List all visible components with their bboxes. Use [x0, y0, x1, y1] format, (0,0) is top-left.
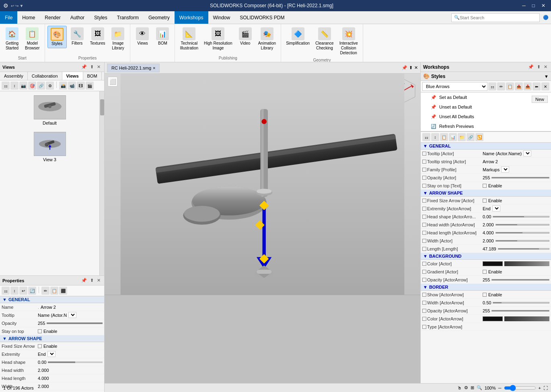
- styles-collapse-button[interactable]: ▼: [544, 74, 549, 79]
- tooltip-select[interactable]: [68, 312, 76, 318]
- style-tool-5[interactable]: 📥: [524, 82, 532, 90]
- props-tool-1[interactable]: ⚏: [2, 287, 10, 295]
- ws-show-border-checkbox[interactable]: [483, 293, 487, 297]
- ws-check-border-width[interactable]: [422, 301, 426, 305]
- ws-check-bg-opacity[interactable]: [422, 278, 426, 282]
- ribbon-clearance-checking[interactable]: 📏 ClearanceChecking: [313, 26, 336, 52]
- ws-head-length-slider[interactable]: [495, 232, 549, 234]
- statusbar-zoom-out-button[interactable]: ─: [498, 386, 502, 390]
- ribbon-bom[interactable]: 📊 BOM: [153, 26, 172, 47]
- ws-enable-gradient[interactable]: [483, 270, 487, 274]
- search-input[interactable]: [460, 15, 524, 20]
- menu-solidworks-pdm[interactable]: SOLIDWORKS PDM: [235, 11, 289, 24]
- opacity-slider[interactable]: [47, 322, 103, 324]
- ws-head-width-slider[interactable]: [495, 224, 549, 226]
- props-panel-controls[interactable]: 📌 ⬆ ✕: [80, 278, 102, 283]
- ribbon-styles[interactable]: 🎨 Styles: [47, 26, 67, 48]
- tool-5[interactable]: 🔗: [37, 82, 45, 90]
- zoom-slider[interactable]: [504, 385, 536, 391]
- viewport-expand-button[interactable]: ⬆: [409, 65, 413, 70]
- view-item-default[interactable]: Default: [2, 93, 98, 128]
- views-pin-button[interactable]: 📌: [80, 64, 88, 70]
- ribbon-image-library[interactable]: 📁 ImageLibrary: [108, 26, 127, 52]
- ws-check-fixed-size-arrow[interactable]: [422, 199, 426, 203]
- workshops-pin-button[interactable]: 📌: [527, 64, 535, 70]
- ws-check-border-opacity[interactable]: [422, 309, 426, 313]
- tool-4[interactable]: 🎯: [28, 82, 36, 90]
- style-tool-7[interactable]: ✕: [541, 82, 549, 90]
- head-shape-slider[interactable]: [48, 361, 103, 363]
- fixed-size-checkbox[interactable]: [38, 344, 42, 348]
- tool-cam4[interactable]: 🎬: [86, 82, 94, 90]
- ws-check-type[interactable]: [422, 325, 426, 329]
- ribbon-animation-library[interactable]: 🎭 AnimationLibrary: [256, 26, 278, 52]
- ws-tool-6[interactable]: 🔗: [467, 133, 475, 141]
- style-tool-1[interactable]: ⚏: [488, 82, 496, 90]
- menu-file[interactable]: File: [0, 11, 17, 24]
- ws-check-tooltip[interactable]: [422, 152, 426, 156]
- menu-unset-all-defaults[interactable]: 📌 Unset All Defaults: [421, 112, 528, 121]
- menu-refresh-previews[interactable]: 🔄 Refresh Previews: [421, 121, 528, 131]
- ws-length-slider[interactable]: [498, 248, 549, 250]
- viewport-close-icon[interactable]: ×: [153, 66, 155, 70]
- new-style-button[interactable]: New: [532, 96, 548, 103]
- ws-check-length[interactable]: [422, 247, 426, 251]
- ribbon-textures[interactable]: 🖼 Textures: [88, 26, 108, 47]
- ws-bg-color-bar[interactable]: [504, 261, 549, 266]
- props-pin-button[interactable]: 📌: [80, 278, 88, 283]
- tab-assembly[interactable]: Assembly: [0, 72, 28, 80]
- views-close-button[interactable]: ✕: [96, 64, 102, 70]
- style-select[interactable]: Blue Arrows: [422, 82, 487, 91]
- props-tool-4[interactable]: 🔄: [28, 287, 36, 295]
- props-section-general[interactable]: ▼ GENERAL: [0, 296, 104, 303]
- props-tool-6[interactable]: 📋: [50, 287, 58, 295]
- ribbon-interactive-collision[interactable]: 💥 InteractiveCollisionDetection: [337, 26, 360, 57]
- extremity-select[interactable]: [47, 351, 56, 357]
- view-item-view3[interactable]: View 3: [2, 129, 98, 164]
- ws-section-arrow-shape[interactable]: ▼ ARROW SHAPE: [421, 190, 551, 197]
- stay-on-top-checkbox[interactable]: [38, 329, 42, 333]
- views-scrollbar[interactable]: [99, 91, 104, 275]
- tool-2[interactable]: ↕: [10, 82, 19, 90]
- ws-check-stay-on-top[interactable]: [422, 184, 426, 188]
- ws-tool-2[interactable]: ↕: [431, 133, 439, 141]
- ws-check-border-color[interactable]: [422, 317, 426, 321]
- ws-border-color-bar[interactable]: [504, 316, 549, 321]
- ws-border-opacity-slider[interactable]: [491, 310, 549, 312]
- ribbon-model-browser[interactable]: 📋 ModelBrowser: [23, 26, 42, 52]
- menu-window[interactable]: Window: [208, 11, 235, 24]
- ribbon-technical-illustration[interactable]: 📐 TechnicalIllustration: [177, 26, 201, 52]
- views-scrollbar-thumb[interactable]: [100, 99, 104, 115]
- ws-section-background[interactable]: ▼ BACKGROUND: [421, 253, 551, 260]
- ws-check-opacity[interactable]: [422, 176, 426, 180]
- props-float-button[interactable]: ⬆: [89, 278, 95, 283]
- ws-tooltip-dropdown[interactable]: [523, 150, 531, 156]
- tool-6[interactable]: ⚙: [46, 82, 54, 90]
- ws-head-shape-slider[interactable]: [493, 216, 549, 218]
- style-tool-4[interactable]: 📤: [515, 82, 523, 90]
- ribbon-high-res-image[interactable]: 🖼 High ResolutionImage: [201, 26, 235, 52]
- ribbon-getting-started[interactable]: 🏠 GettingStarted: [2, 26, 22, 52]
- ws-bg-opacity-slider[interactable]: [491, 279, 549, 281]
- menu-workshops[interactable]: Workshops: [175, 11, 208, 24]
- ws-check-extremity[interactable]: [422, 207, 426, 211]
- ws-check-show-border[interactable]: [422, 293, 426, 297]
- viewport-tab[interactable]: RC Heli-2022.1.smg ×: [107, 64, 160, 72]
- props-close-button[interactable]: ✕: [96, 278, 102, 283]
- ws-extremity-dropdown[interactable]: [492, 205, 500, 211]
- tab-collaboration[interactable]: Collaboration: [28, 72, 62, 80]
- ribbon-filters[interactable]: 🔧 Filters: [68, 26, 87, 47]
- help-button[interactable]: 🔵: [543, 15, 549, 20]
- ribbon-video[interactable]: 🎬 Video: [236, 26, 255, 47]
- style-tool-6[interactable]: ⬅: [532, 82, 541, 90]
- ws-section-general[interactable]: ▼ GENERAL: [421, 143, 551, 150]
- ws-check-head-width[interactable]: [422, 223, 426, 227]
- viewport-close-button[interactable]: ✕: [414, 65, 418, 70]
- tab-views[interactable]: Views: [62, 72, 83, 80]
- tool-cam1[interactable]: 📸: [59, 82, 67, 90]
- workshops-controls[interactable]: 📌 ⬆ ✕: [527, 64, 549, 70]
- menu-styles[interactable]: Styles: [89, 11, 112, 24]
- ws-check-tooltip-string[interactable]: [422, 160, 426, 164]
- ws-check-gradient[interactable]: [422, 270, 426, 274]
- ws-tool-1[interactable]: ⚏: [422, 133, 430, 141]
